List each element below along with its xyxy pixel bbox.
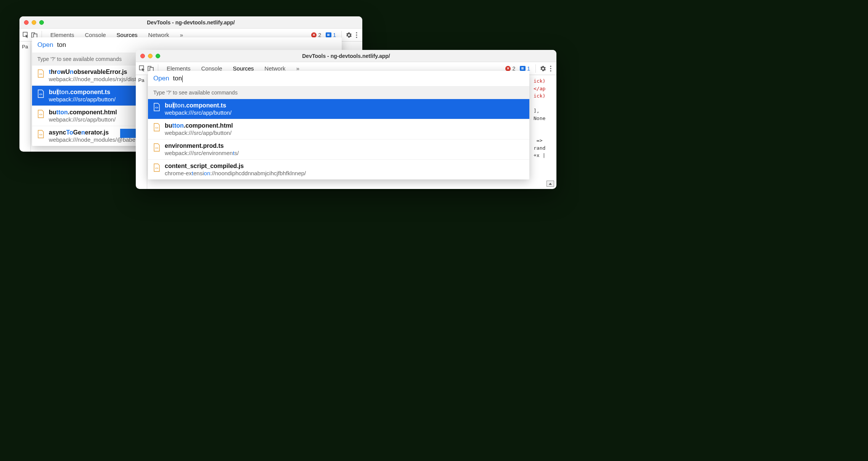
svg-text:<>: <> — [39, 73, 42, 75]
svg-text:<>: <> — [155, 106, 158, 109]
svg-point-4 — [356, 34, 357, 35]
result-filename: content_script_compiled.js — [165, 163, 306, 170]
svg-point-3 — [356, 32, 357, 33]
search-input[interactable]: ton — [57, 41, 66, 49]
traffic-lights — [19, 20, 44, 25]
svg-text:<>: <> — [155, 126, 158, 129]
open-label: Open — [37, 41, 53, 49]
ts-file-icon: <> — [37, 90, 44, 98]
search-row: Open ton — [148, 71, 529, 86]
ts-file-icon: <> — [153, 103, 160, 111]
result-filename: button.component.ts — [165, 102, 231, 109]
open-label: Open — [153, 75, 169, 82]
js-file-icon: <> — [153, 163, 160, 172]
result-path: webpack:///src/app/button/ — [49, 96, 116, 102]
code-preview: ick) </ap ick) ], None => rand +x | — [534, 75, 556, 159]
inspect-element-icon[interactable] — [139, 65, 146, 72]
open-file-popup-right: Open ton Type '?' to see available comma… — [148, 71, 529, 179]
svg-text:<>: <> — [155, 147, 158, 149]
svg-point-14 — [550, 68, 551, 69]
message-icon — [520, 66, 526, 71]
result-path: chrome-extension://noondiphcddnnabmjcihc… — [165, 170, 306, 176]
message-icon — [326, 32, 331, 37]
close-window-button[interactable] — [140, 54, 145, 58]
js-file-icon: <> — [37, 69, 44, 78]
result-item[interactable]: <> button.component.tswebpack:///src/app… — [148, 99, 529, 119]
svg-point-15 — [550, 70, 551, 71]
result-filename: button.component.html — [165, 122, 233, 129]
svg-text:<>: <> — [39, 113, 42, 116]
error-icon: ✕ — [505, 66, 511, 71]
sources-sidebar-tab[interactable]: Pa — [19, 42, 31, 152]
search-input[interactable]: ton — [173, 75, 183, 82]
result-path: webpack:///src/app/button/ — [165, 109, 231, 116]
text-cursor — [182, 75, 183, 82]
ts-file-icon: <> — [153, 143, 160, 152]
titlebar: DevTools - ng-devtools.netlify.app/ — [136, 50, 556, 62]
settings-icon[interactable] — [540, 65, 547, 72]
maximize-window-button[interactable] — [156, 54, 160, 58]
more-menu-icon[interactable] — [354, 32, 359, 38]
result-filename: button.component.ts — [49, 89, 116, 96]
drawer-toggle-icon[interactable] — [547, 181, 554, 187]
window-title: DevTools - ng-devtools.netlify.app/ — [19, 19, 362, 26]
html-file-icon: <> — [37, 110, 44, 118]
result-item[interactable]: <> environment.prod.tswebpack:///src/env… — [148, 139, 529, 160]
titlebar: DevTools - ng-devtools.netlify.app/ — [19, 16, 362, 29]
svg-point-5 — [356, 37, 357, 38]
result-path: webpack:///src/app/button/ — [49, 116, 117, 123]
html-file-icon: <> — [153, 123, 160, 131]
result-item[interactable]: <> button.component.htmlwebpack:///src/a… — [148, 119, 529, 139]
svg-point-13 — [550, 66, 551, 67]
more-menu-icon[interactable] — [548, 65, 553, 72]
result-item[interactable]: <> content_script_compiled.jschrome-exte… — [148, 160, 529, 179]
result-filename: throwUnobservableError.js — [49, 69, 149, 75]
close-window-button[interactable] — [24, 20, 29, 25]
svg-text:<>: <> — [155, 167, 158, 170]
error-icon: ✕ — [311, 32, 317, 38]
inspect-element-icon[interactable] — [23, 32, 29, 38]
sources-sidebar-tab[interactable]: Pa — [136, 75, 147, 189]
window-title: DevTools - ng-devtools.netlify.app/ — [136, 53, 556, 59]
minimize-window-button[interactable] — [32, 20, 36, 25]
result-filename: environment.prod.ts — [165, 142, 239, 149]
command-hint: Type '?' to see available commands — [148, 86, 529, 99]
result-path: webpack:///node_modules/rxjs/dist/esm — [49, 76, 149, 82]
svg-text:<>: <> — [39, 133, 42, 136]
minimize-window-button[interactable] — [148, 54, 153, 58]
result-filename: button.component.html — [49, 109, 117, 116]
maximize-window-button[interactable] — [39, 20, 44, 25]
traffic-lights — [136, 54, 160, 58]
result-path: webpack:///src/environments/ — [165, 150, 239, 156]
svg-text:<>: <> — [39, 93, 42, 96]
js-file-icon: <> — [37, 130, 44, 138]
result-path: webpack:///src/app/button/ — [165, 130, 233, 136]
settings-icon[interactable] — [346, 32, 352, 38]
